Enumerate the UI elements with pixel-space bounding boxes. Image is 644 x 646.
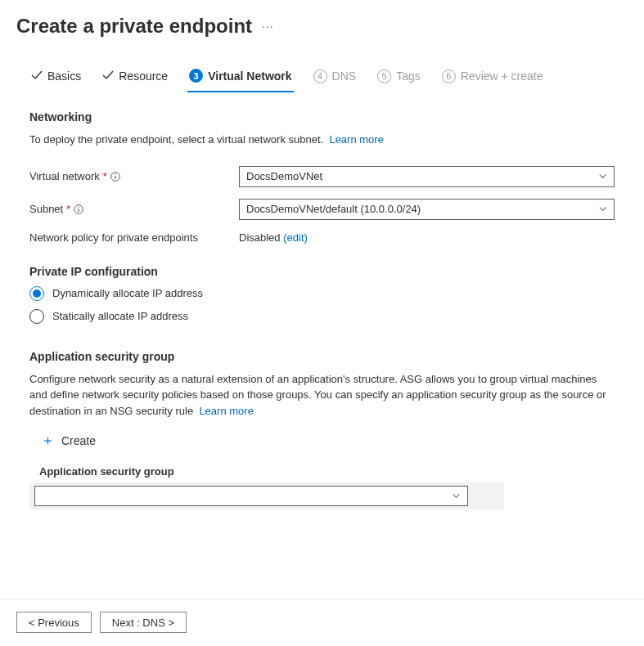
svg-rect-1 bbox=[115, 176, 115, 179]
page-title: Create a private endpoint bbox=[16, 15, 252, 38]
more-icon[interactable]: ··· bbox=[262, 20, 274, 33]
radio-icon bbox=[29, 286, 44, 301]
svg-rect-2 bbox=[115, 174, 115, 175]
step-badge: 6 bbox=[442, 70, 456, 83]
asg-create-button[interactable]: ＋ Create bbox=[34, 428, 102, 452]
previous-button[interactable]: < Previous bbox=[16, 612, 92, 633]
step-badge: 5 bbox=[377, 70, 391, 83]
ip-config-heading: Private IP configuration bbox=[29, 265, 615, 278]
info-icon[interactable] bbox=[74, 204, 83, 214]
svg-rect-5 bbox=[79, 207, 79, 208]
step-badge: 4 bbox=[313, 70, 327, 83]
networking-learn-more-link[interactable]: Learn more bbox=[329, 133, 383, 146]
radio-icon bbox=[29, 309, 44, 324]
svg-rect-4 bbox=[79, 209, 79, 212]
vnet-label: Virtual network bbox=[29, 170, 100, 182]
tab-label: Tags bbox=[396, 70, 421, 83]
asg-select[interactable] bbox=[34, 486, 468, 506]
wizard-tabs: Basics Resource 3 Virtual Network 4 DNS … bbox=[0, 69, 644, 92]
subnet-select[interactable]: DocsDemoVNet/default (10.0.0.0/24) bbox=[239, 199, 615, 220]
asg-heading: Application security group bbox=[29, 350, 615, 363]
select-value: DocsDemoVNet bbox=[246, 170, 322, 182]
create-label: Create bbox=[61, 434, 96, 447]
select-value: DocsDemoVNet/default (10.0.0.0/24) bbox=[246, 203, 421, 215]
radio-label: Dynamically allocate IP address bbox=[52, 287, 203, 299]
asg-description: Configure network security as a natural … bbox=[29, 371, 615, 419]
check-icon bbox=[31, 70, 43, 83]
subnet-label: Subnet bbox=[29, 203, 63, 215]
networking-desc-text: To deploy the private endpoint, select a… bbox=[29, 133, 323, 146]
step-badge: 3 bbox=[189, 69, 203, 83]
tab-dns[interactable]: 4 DNS bbox=[312, 70, 358, 92]
tab-review-create[interactable]: 6 Review + create bbox=[440, 70, 545, 92]
check-icon bbox=[102, 70, 114, 83]
asg-desc-text: Configure network security as a natural … bbox=[29, 373, 606, 417]
tab-tags[interactable]: 5 Tags bbox=[376, 70, 422, 92]
required-indicator: * bbox=[103, 170, 107, 182]
tab-label: Review + create bbox=[461, 70, 543, 83]
tab-label: Virtual Network bbox=[208, 70, 291, 83]
network-policy-edit-link[interactable]: (edit) bbox=[283, 231, 308, 244]
asg-table-row bbox=[29, 482, 504, 509]
required-indicator: * bbox=[66, 203, 70, 215]
tab-label: Basics bbox=[47, 70, 81, 83]
asg-column-header: Application security group bbox=[39, 465, 615, 478]
ip-config-radio-group: Dynamically allocate IP address Statical… bbox=[29, 286, 615, 324]
info-icon[interactable] bbox=[110, 172, 120, 182]
tab-basics[interactable]: Basics bbox=[29, 70, 83, 91]
tab-label: DNS bbox=[332, 70, 357, 83]
radio-dynamic-ip[interactable]: Dynamically allocate IP address bbox=[29, 286, 615, 301]
chevron-down-icon bbox=[598, 204, 607, 213]
plus-icon: ＋ bbox=[41, 433, 55, 447]
tab-label: Resource bbox=[119, 70, 168, 83]
network-policy-value: Disabled bbox=[239, 231, 281, 244]
next-button[interactable]: Next : DNS > bbox=[100, 612, 187, 633]
wizard-footer: < Previous Next : DNS > bbox=[0, 599, 644, 633]
radio-label: Statically allocate IP address bbox=[52, 310, 188, 322]
radio-static-ip[interactable]: Statically allocate IP address bbox=[29, 309, 615, 324]
asg-learn-more-link[interactable]: Learn more bbox=[199, 405, 253, 417]
chevron-down-icon bbox=[598, 172, 607, 181]
networking-description: To deploy the private endpoint, select a… bbox=[29, 132, 615, 148]
tab-resource[interactable]: Resource bbox=[101, 70, 169, 91]
network-policy-label: Network policy for private endpoints bbox=[29, 231, 198, 244]
networking-heading: Networking bbox=[29, 110, 615, 123]
virtual-network-select[interactable]: DocsDemoVNet bbox=[239, 166, 615, 187]
chevron-down-icon bbox=[452, 491, 461, 500]
tab-virtual-network[interactable]: 3 Virtual Network bbox=[187, 69, 293, 92]
